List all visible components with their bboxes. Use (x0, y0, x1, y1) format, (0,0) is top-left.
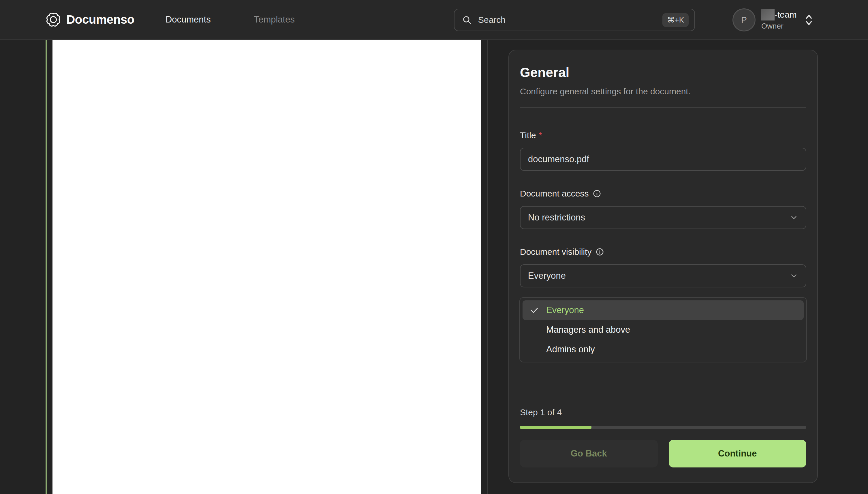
avatar: P (732, 8, 755, 32)
profile-role: Owner (761, 22, 797, 31)
nav-link-documents[interactable]: Documents (165, 15, 211, 25)
access-label-text: Document access (520, 189, 589, 198)
info-icon[interactable] (593, 189, 601, 198)
content-vertical-divider (487, 40, 488, 494)
menu-option-managers-and-above[interactable]: Managers and above (522, 320, 804, 340)
step-progress-bar (520, 426, 806, 429)
search-shortcut-badge: ⌘+K (663, 13, 689, 27)
document-access-label: Document access (520, 189, 806, 198)
brand[interactable]: Documenso (45, 12, 134, 27)
card-subtitle: Configure general settings for the docum… (520, 87, 806, 96)
brand-name: Documenso (66, 13, 134, 26)
progress-fill (520, 426, 591, 429)
chevron-down-icon (790, 271, 798, 280)
info-icon[interactable] (595, 248, 604, 256)
check-icon (522, 306, 546, 315)
title-label-text: Title (520, 130, 536, 140)
visibility-dropdown-menu: Everyone Managers and above Admins only (519, 297, 807, 362)
go-back-button[interactable]: Go Back (520, 440, 658, 468)
profile-menu[interactable]: P -team Owner (732, 0, 813, 40)
document-access-value: No restrictions (528, 212, 585, 223)
card-divider (520, 107, 806, 108)
document-accent-line (45, 40, 47, 494)
chevron-up-down-icon (804, 14, 813, 26)
documenso-logo-icon (45, 12, 61, 27)
document-page-preview (53, 40, 481, 494)
menu-option-label: Admins only (546, 344, 595, 355)
menu-option-admins-only[interactable]: Admins only (522, 340, 804, 359)
menu-option-label: Everyone (546, 305, 584, 316)
title-input-value: documenso.pdf (528, 154, 589, 165)
top-nav-bar: Documenso Documents Templates Search ⌘+K… (0, 0, 868, 40)
team-name-redacted (761, 9, 774, 20)
footer-buttons: Go Back Continue (520, 440, 806, 468)
nav-link-templates[interactable]: Templates (254, 15, 295, 25)
search-icon (462, 15, 472, 25)
step-indicator: Step 1 of 4 (520, 407, 806, 417)
nav-links: Documents Templates (165, 15, 295, 25)
document-visibility-select[interactable]: Everyone (520, 264, 806, 287)
title-field-label: Title * (520, 130, 806, 140)
chevron-down-icon (790, 213, 798, 222)
search-input[interactable]: Search ⌘+K (454, 9, 695, 31)
document-visibility-value: Everyone (528, 271, 566, 281)
menu-option-everyone[interactable]: Everyone (522, 300, 804, 320)
visibility-label-text: Document visibility (520, 247, 591, 257)
search-placeholder: Search (478, 15, 663, 25)
document-access-select[interactable]: No restrictions (520, 206, 806, 229)
avatar-initial: P (741, 15, 747, 25)
card-footer: Step 1 of 4 Go Back Continue (520, 407, 806, 468)
menu-option-label: Managers and above (546, 325, 630, 335)
general-settings-card: General Configure general settings for t… (508, 50, 818, 483)
team-name-suffix: -team (774, 10, 797, 20)
card-title: General (520, 65, 806, 80)
title-input[interactable]: documenso.pdf (520, 148, 806, 171)
continue-button[interactable]: Continue (669, 440, 807, 468)
required-asterisk: * (539, 130, 542, 140)
document-visibility-label: Document visibility (520, 247, 806, 257)
team-block: -team Owner (761, 9, 797, 31)
